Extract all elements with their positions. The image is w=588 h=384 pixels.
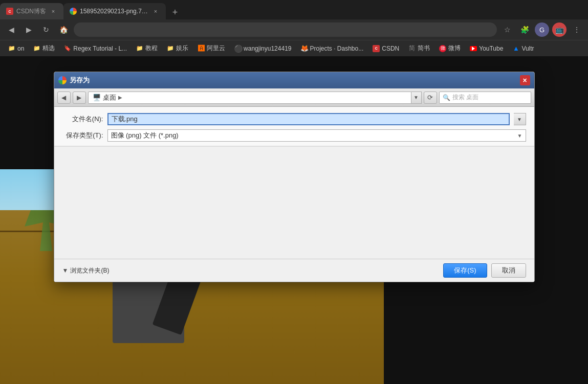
browse-folders-button[interactable]: ▼ 浏览文件夹(B)	[62, 266, 110, 275]
jianshu-icon: 简	[408, 45, 416, 52]
save-dialog: 另存为 × ◀ ▶ 🖥️ 桌面 ▶ ▼	[54, 72, 535, 282]
bookmark-aliyun[interactable]: 🅰 阿里云	[193, 42, 229, 55]
dialog-search-bar[interactable]: 🔍 搜索 桌面	[439, 92, 531, 104]
bookmark-yule-label: 娱乐	[176, 44, 188, 53]
tab-csdn-close[interactable]: ×	[49, 7, 57, 15]
youtube-icon	[470, 46, 477, 51]
tab-csdn-title: CSDN博客	[16, 7, 46, 16]
bookmarks-bar: 📁 on 📁 精选 🔖 Regex Tutorial - L... 📁 教程 📁…	[0, 40, 588, 56]
refresh-icon: ⟳	[427, 94, 433, 101]
bookmark-star-button[interactable]: ☆	[500, 22, 514, 37]
tab-image-close[interactable]: ×	[151, 7, 160, 15]
dialog-close-button[interactable]: ×	[520, 75, 530, 85]
bookmark-projects[interactable]: 🦊 Projects · Dashbo...	[297, 42, 368, 55]
browser-chrome: C CSDN博客 × 1589520290213-png.78635 (7...…	[0, 0, 588, 56]
folder-icon: 📁	[33, 45, 40, 52]
path-arrow-icon: ▶	[118, 95, 122, 100]
bookmark-csdn[interactable]: C CSDN	[368, 42, 403, 55]
browse-folders-label: 浏览文件夹(B)	[70, 266, 109, 275]
bookmark-on[interactable]: 📁 on	[4, 42, 28, 55]
dialog-fields: 文件名(N): ▼ 保存类型(T): 图像 (png) 文件 (*.png) ▼	[54, 107, 534, 146]
bookmark-weibo-label: 微博	[448, 44, 461, 53]
filetype-dropdown-arrow-icon: ▼	[517, 133, 522, 139]
notification-button[interactable]: 📺	[552, 22, 567, 37]
dialog-chrome-icon	[58, 76, 67, 84]
bookmark-jiaocheng[interactable]: 📁 教程	[132, 42, 162, 55]
filename-row: 文件名(N): ▼	[62, 113, 526, 125]
weibo-icon: 微	[439, 45, 446, 52]
dialog-back-button[interactable]: ◀	[57, 92, 71, 104]
cancel-btn-label: 取消	[502, 266, 515, 275]
dialog-browser-area[interactable]	[54, 146, 534, 259]
vultr-icon: ▲	[512, 45, 519, 52]
bookmark-on-label: on	[17, 45, 24, 52]
bookmark-youtube[interactable]: YouTube	[466, 42, 507, 55]
filename-dropdown[interactable]: ▼	[514, 113, 526, 125]
bookmark-weibo[interactable]: 微 微博	[435, 42, 465, 55]
dialog-path-dropdown[interactable]: ▼	[411, 92, 422, 104]
search-icon: 🔍	[443, 94, 450, 101]
csdn-bookmark-icon: C	[373, 45, 380, 52]
filename-input[interactable]	[107, 113, 510, 125]
browse-folders-icon: ▼	[62, 267, 69, 274]
bookmark-jingxuan[interactable]: 📁 精选	[29, 42, 59, 55]
save-btn-label: 保存(S)	[454, 266, 476, 275]
search-placeholder-text: 搜索 桌面	[452, 93, 478, 102]
bookmark-jiaocheng-label: 教程	[145, 44, 158, 53]
dialog-forward-button[interactable]: ▶	[73, 92, 86, 104]
home-button[interactable]: 🏠	[56, 22, 71, 37]
folder-icon: 📁	[167, 45, 174, 52]
tab-image-favicon-icon	[70, 8, 77, 15]
dialog-footer: ▼ 浏览文件夹(B) 保存(S) 取消	[54, 259, 534, 282]
bookmark-aliyun-label: 阿里云	[207, 44, 225, 53]
filename-label: 文件名(N):	[62, 115, 103, 124]
bookmark-regex-label: Regex Tutorial - L...	[73, 45, 127, 52]
tab-csdn[interactable]: C CSDN博客 ×	[0, 3, 63, 19]
save-button[interactable]: 保存(S)	[443, 263, 487, 278]
extensions-button[interactable]: 🧩	[517, 22, 532, 37]
filetype-value-text: 图像 (png) 文件 (*.png)	[111, 131, 179, 140]
bookmark-jingxuan-label: 精选	[42, 44, 55, 53]
filetype-select[interactable]: 图像 (png) 文件 (*.png) ▼	[107, 129, 526, 142]
bookmark-icon: 🔖	[64, 45, 71, 52]
bookmark-github-label: wangjinyu124419	[244, 45, 291, 52]
back-arrow-icon: ◀	[61, 94, 66, 101]
bookmark-github[interactable]: ⚫ wangjinyu124419	[230, 42, 295, 55]
address-bar[interactable]	[74, 22, 497, 37]
tab-bar: C CSDN博客 × 1589520290213-png.78635 (7...…	[0, 0, 588, 19]
reload-button[interactable]: ↻	[39, 22, 53, 37]
forward-arrow-icon: ▶	[77, 94, 81, 101]
more-menu-button[interactable]: ⋮	[570, 22, 584, 37]
filetype-row: 保存类型(T): 图像 (png) 文件 (*.png) ▼	[62, 129, 526, 142]
profile-button[interactable]: G	[535, 22, 549, 37]
dialog-refresh-button[interactable]: ⟳	[424, 92, 437, 104]
dialog-titlebar: 另存为 ×	[54, 72, 534, 88]
tab-image-title: 1589520290213-png.78635 (7...	[80, 8, 148, 15]
folder-icon: 📁	[8, 45, 15, 52]
dialog-title: 另存为	[70, 76, 517, 85]
bookmark-yule[interactable]: 📁 娱乐	[163, 42, 192, 55]
dropdown-arrow-icon: ▼	[517, 117, 522, 122]
bookmark-jianshu[interactable]: 简 简书	[404, 42, 434, 55]
content-area: 另存为 × ◀ ▶ 🖥️ 桌面 ▶ ▼	[0, 56, 588, 384]
bookmark-youtube-label: YouTube	[479, 45, 503, 52]
back-button[interactable]: ◀	[4, 22, 18, 37]
bookmark-csdn-label: CSDN	[382, 45, 399, 52]
tab-image[interactable]: 1589520290213-png.78635 (7... ×	[63, 3, 166, 19]
csdn-favicon-icon: C	[6, 8, 13, 15]
path-bar-text: 桌面	[103, 93, 116, 102]
new-tab-button[interactable]: +	[168, 5, 182, 19]
bookmark-vultr-label: Vultr	[521, 45, 534, 52]
dialog-path-bar[interactable]: 🖥️ 桌面 ▶	[88, 92, 411, 104]
github-icon: ⚫	[234, 45, 242, 52]
forward-button[interactable]: ▶	[21, 22, 36, 37]
cancel-button[interactable]: 取消	[491, 263, 526, 278]
bookmark-jianshu-label: 简书	[418, 44, 430, 53]
bookmark-vultr[interactable]: ▲ Vultr	[508, 42, 538, 55]
bookmark-regex[interactable]: 🔖 Regex Tutorial - L...	[60, 42, 131, 55]
dialog-overlay: 另存为 × ◀ ▶ 🖥️ 桌面 ▶ ▼	[0, 56, 588, 384]
address-bar-row: ◀ ▶ ↻ 🏠 ☆ 🧩 G 📺 ⋮	[0, 19, 588, 40]
filetype-label: 保存类型(T):	[62, 131, 103, 140]
path-bar-desktop-icon: 🖥️	[93, 94, 101, 101]
folder-icon: 📁	[136, 45, 143, 52]
